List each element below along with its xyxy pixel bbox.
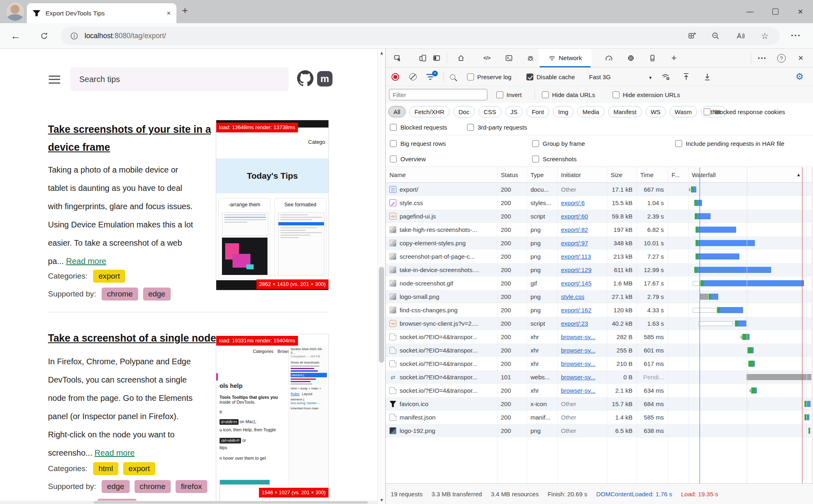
initiator-link[interactable]: browser-sy... xyxy=(561,360,596,367)
filter-chip-fetch-xhr[interactable]: Fetch/XHR xyxy=(409,106,450,117)
initiator-cell[interactable]: export/:6 xyxy=(557,196,607,210)
scrollbar-thumb[interactable] xyxy=(379,267,384,363)
request-name[interactable]: manifest.json xyxy=(400,414,435,421)
initiator-cell[interactable]: export/:60 xyxy=(557,210,607,223)
network-request-row[interactable]: screenshot-part-of-page-c...200pngexport… xyxy=(386,250,813,263)
split-screen-icon[interactable] xyxy=(688,27,696,45)
network-request-row[interactable]: copy-element-styles.png200pngexport/:973… xyxy=(386,236,813,250)
waterfall-cell[interactable] xyxy=(688,263,813,277)
checkbox-box[interactable] xyxy=(532,140,539,147)
blocked-response-cookies-checkbox[interactable]: Blocked response cookies xyxy=(704,103,785,120)
checkbox-screenshots[interactable]: Screenshots xyxy=(532,156,675,162)
checkbox-box[interactable] xyxy=(390,124,397,131)
waterfall-cell[interactable] xyxy=(688,370,813,384)
waterfall-cell[interactable] xyxy=(688,277,813,290)
read-more-link[interactable]: Read more xyxy=(66,257,106,266)
import-har-icon[interactable] xyxy=(683,67,690,86)
column-header-f[interactable]: F... xyxy=(668,167,688,182)
request-name-cell[interactable]: socket.io/?EIO=4&transpor... xyxy=(386,357,497,370)
waterfall-cell[interactable] xyxy=(688,344,813,357)
record-button[interactable] xyxy=(391,67,399,86)
request-name-cell[interactable]: copy-element-styles.png xyxy=(386,236,497,250)
request-name[interactable]: socket.io/?EIO=4&transpor... xyxy=(400,333,477,340)
waterfall-cell[interactable] xyxy=(688,236,813,250)
initiator-cell[interactable]: browser-sy... xyxy=(557,344,607,357)
hide-extension-urls-checkbox[interactable]: Hide extension URLs xyxy=(613,86,680,103)
request-name[interactable]: find-css-changes.png xyxy=(400,307,458,314)
waterfall-cell[interactable] xyxy=(688,183,813,196)
tag-edge[interactable]: edge xyxy=(102,480,129,493)
initiator-cell[interactable]: Other xyxy=(557,411,607,424)
initiator-link[interactable]: browser-sy... xyxy=(561,333,596,340)
checkbox-group-by-frame[interactable]: Group by frame xyxy=(532,140,675,147)
tab-application-icon[interactable] xyxy=(647,53,658,63)
read-aloud-icon[interactable] xyxy=(736,27,745,45)
initiator-link[interactable]: browser-sy... xyxy=(561,347,596,354)
initiator-cell[interactable]: browser-sy... xyxy=(557,357,607,370)
filter-chip-wasm[interactable]: Wasm xyxy=(670,106,697,117)
filter-chip-img[interactable]: Img xyxy=(553,106,574,117)
panel-layout-icon[interactable] xyxy=(431,53,442,63)
article-screenshot[interactable]: load: 13648ms render: 13738ms Catego Tod… xyxy=(216,120,328,290)
hide-data-urls-checkbox[interactable]: Hide data URLs xyxy=(542,86,595,103)
initiator-cell[interactable]: export/:23 xyxy=(557,317,607,330)
network-request-row[interactable]: logo-small.png200pngstyle.css27.1 kB2.79… xyxy=(386,290,813,303)
network-conditions-icon[interactable] xyxy=(661,67,670,86)
request-name[interactable]: logo-small.png xyxy=(400,293,439,300)
read-more-link[interactable]: Read more xyxy=(95,448,135,457)
url-text[interactable]: localhost:8080/tag/export/ xyxy=(85,27,166,45)
tab-debugger-bug-icon[interactable] xyxy=(525,53,536,63)
request-name-cell[interactable]: socket.io/?EIO=4&transpor... xyxy=(386,370,497,384)
column-header-initiator[interactable]: Initiator xyxy=(557,167,607,182)
browser-tab[interactable]: Export DevTools Tips × xyxy=(27,3,176,23)
network-request-row[interactable]: style.css200styles...export/:615.5 kB1.0… xyxy=(386,196,813,210)
request-name-cell[interactable]: socket.io/?EIO=4&transpor... xyxy=(386,344,497,357)
request-name[interactable]: socket.io/?EIO=4&transpor... xyxy=(400,387,477,394)
tab-memory-chip-icon[interactable] xyxy=(626,53,636,63)
search-button[interactable] xyxy=(450,67,455,86)
request-name[interactable]: logo-192.png xyxy=(400,427,435,434)
waterfall-cell[interactable] xyxy=(688,411,813,424)
request-name[interactable]: socket.io/?EIO=4&transpor... xyxy=(400,347,477,354)
tag-export[interactable]: export xyxy=(93,270,125,283)
tab-elements-icon[interactable]: </> xyxy=(482,53,492,63)
column-header-status[interactable]: Status xyxy=(497,167,527,182)
network-request-row[interactable]: socket.io/?EIO=4&transpor...200xhrbrowse… xyxy=(386,344,813,357)
network-request-row[interactable]: find-css-changes.png200pngexport/:162120… xyxy=(386,303,813,317)
initiator-link[interactable]: export/:60 xyxy=(561,213,588,220)
mastodon-icon[interactable]: m xyxy=(317,71,333,87)
refresh-button[interactable] xyxy=(36,23,52,48)
disable-cache-checkbox[interactable]: Disable cache xyxy=(526,67,575,86)
request-name[interactable]: favicon.ico xyxy=(400,400,428,407)
column-header-size[interactable]: Size xyxy=(607,167,637,182)
tab-network[interactable]: Network xyxy=(539,49,591,67)
request-name-cell[interactable]: logo-192.png xyxy=(386,424,497,437)
checkbox-overview[interactable]: Overview xyxy=(390,156,532,162)
initiator-cell[interactable]: Other xyxy=(557,424,607,437)
network-request-row[interactable]: manifest.json200manif...Other1.4 kB585 m… xyxy=(386,411,813,424)
column-header-time[interactable]: Time xyxy=(637,167,668,182)
site-info-icon[interactable] xyxy=(70,27,78,45)
tag-export[interactable]: export xyxy=(123,462,155,475)
initiator-cell[interactable]: Other xyxy=(557,397,607,411)
scroll-down-icon[interactable]: ▼ xyxy=(378,498,385,502)
tab-performance-gauge-icon[interactable] xyxy=(604,53,614,63)
request-name[interactable]: pagefind-ui.js xyxy=(400,213,436,220)
waterfall-cell[interactable] xyxy=(688,210,813,223)
article-screenshot[interactable]: load: 19331ms render: 19404ms Categories… xyxy=(216,334,328,504)
request-name[interactable]: style.css xyxy=(400,199,423,206)
device-emulation-icon[interactable] xyxy=(417,53,428,63)
zoom-out-icon[interactable] xyxy=(711,27,720,45)
tag-chrome[interactable]: chrome xyxy=(102,288,138,301)
request-name-cell[interactable]: take-high-res-screenshots-... xyxy=(386,223,497,236)
checkbox-include-pending-requests-in-har-file[interactable]: Include pending requests in HAR file xyxy=(675,140,785,147)
initiator-link[interactable]: export/:162 xyxy=(561,307,591,314)
network-request-row[interactable]: favicon.ico200x-iconOther15.7 kB684 ms xyxy=(386,397,813,411)
network-request-row[interactable]: logo-192.png200pngOther6.5 kB638 ms xyxy=(386,424,813,437)
request-name-cell[interactable]: logo-small.png xyxy=(386,290,497,303)
network-request-row[interactable]: socket.io/?EIO=4&transpor...101webs...br… xyxy=(386,370,813,384)
tab-welcome-home-icon[interactable] xyxy=(456,53,466,63)
request-name[interactable]: take-in-device-screenshots.... xyxy=(400,266,479,273)
filter-toggle-icon[interactable] xyxy=(426,67,435,86)
checkbox-box[interactable] xyxy=(390,156,397,162)
